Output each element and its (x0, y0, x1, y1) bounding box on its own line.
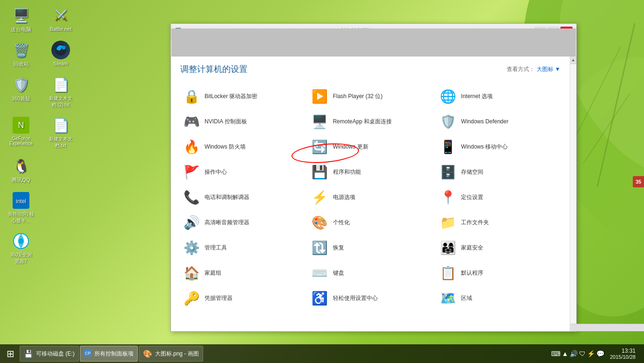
scroll-up-arrow[interactable]: ▲ (570, 57, 576, 64)
clock[interactable]: 13:31 2015/10/28 (607, 348, 638, 360)
control-label-credential-manager: 凭据管理器 (205, 294, 233, 302)
control-label-windows-defender: Windows Defender (461, 118, 508, 125)
control-item-windows-firewall[interactable]: 🔥Windows 防火墙 (180, 135, 304, 159)
tray-icon-keyboard: ⌨ (551, 350, 560, 357)
control-icon-audio-manager: 🔊 (183, 214, 200, 231)
control-icon-credential-manager: 🔑 (183, 290, 200, 306)
control-icon-programs-features: 💾 (311, 164, 328, 180)
control-label-windows-mobility: Windows 移动中心 (461, 143, 508, 151)
view-control[interactable]: 查看方式： 大图标 ▼ (507, 65, 560, 73)
control-label-work-folder: 工作文件夹 (461, 219, 489, 227)
desktop-icon-360browser[interactable]: 360安全浏览器7 (2, 230, 40, 266)
control-item-ease-of-access[interactable]: ♿轻松使用设置中心 (309, 286, 432, 310)
desktop-icon-txt1[interactable]: 📄 新建文本文档 (2).txt (42, 74, 79, 110)
control-item-location[interactable]: 📍定位设置 (437, 185, 560, 209)
control-item-phone-modem[interactable]: 📞电话和调制解调器 (180, 185, 304, 209)
start-button[interactable]: ⊞ (2, 345, 19, 362)
view-value[interactable]: 大图标 ▼ (537, 65, 560, 73)
control-icon-family-safety: 👨‍👩‍👧 (439, 239, 456, 256)
tray-icon-msg[interactable]: 💬 (596, 350, 604, 357)
taskbar-item-removable-disk[interactable]: 💾 可移动磁盘 (E:) (20, 346, 79, 362)
control-icon-work-folder: 📁 (439, 214, 456, 231)
control-label-windows-update: Windows 更新 (333, 143, 368, 151)
control-label-programs-features: 程序和功能 (333, 168, 361, 176)
control-icon-flash-player: ▶️ (311, 88, 328, 105)
control-label-bitlocker: BitLocker 驱动器加密 (205, 93, 257, 100)
tray-icon-volume[interactable]: 🔊 (570, 350, 578, 357)
control-icon-homegroup: 🏠 (183, 264, 200, 281)
control-item-storage-space[interactable]: 🗄️存储空间 (437, 160, 560, 184)
taskbar-item-paint[interactable]: 🎨 大图标.png - 画图 (139, 346, 203, 362)
desktop-icon-label-qq: 腾讯QQ (12, 177, 30, 184)
control-item-default-programs[interactable]: 📋默认程序 (437, 261, 560, 285)
desktop-icon-intel[interactable]: intel 英特尔(R) 核心显卡… (2, 190, 40, 226)
taskbar-icon-disk: 💾 (24, 349, 33, 358)
control-icon-ease-of-access: ♿ (311, 290, 328, 306)
svg-point-7 (62, 46, 66, 50)
control-icon-windows-defender: 🛡️ (439, 113, 456, 130)
desktop-icon-recycle[interactable]: 🗑️ 回收站 (2, 39, 40, 69)
control-icon-phone-modem: 📞 (183, 189, 200, 206)
taskbar-label-control-panel: 所有控制面板项 (94, 350, 134, 358)
control-item-work-folder[interactable]: 📁工作文件夹 (437, 210, 560, 235)
tray-icon-power[interactable]: ⚡ (587, 350, 595, 357)
taskbar-item-control-panel[interactable]: CP 所有控制面板项 (80, 346, 138, 362)
control-item-keyboard[interactable]: ⌨️键盘 (309, 261, 432, 285)
control-item-windows-mobility[interactable]: 📱Windows 移动中心 (437, 135, 560, 159)
control-icon-nvidia: 🎮 (183, 113, 200, 130)
control-item-nvidia[interactable]: 🎮NVIDIA 控制面板 (180, 109, 304, 134)
control-label-storage-space: 存储空间 (461, 168, 483, 176)
desktop-icon-battlenet[interactable]: ⚔️ Battle.net (42, 5, 79, 35)
desktop-icon-360[interactable]: 🛡️ 360盾短 (2, 74, 40, 110)
tray-icon-network[interactable]: ▲ (562, 350, 568, 357)
desktop: 🖥️ 送台电脑 ⚔️ Battle.net 🗑️ 回收站 Steam 🛡️ 36… (0, 0, 84, 346)
scrollbar[interactable]: ▲ ▼ (570, 57, 576, 331)
control-label-keyboard: 键盘 (333, 269, 344, 277)
control-item-internet-options[interactable]: 🌐Internet 选项 (437, 84, 560, 108)
control-label-phone-modem: 电话和调制解调器 (205, 193, 249, 201)
system-tray: ⌨ ▲ 🔊 🛡 ⚡ 💬 13:31 2015/10/28 (547, 348, 642, 360)
desktop-icon-label-my-computer: 送台电脑 (11, 26, 31, 33)
control-label-ease-of-access: 轻松使用设置中心 (333, 294, 378, 302)
control-item-personalization[interactable]: 🎨个性化 (309, 210, 432, 235)
control-item-windows-defender[interactable]: 🛡️Windows Defender (437, 109, 560, 134)
control-label-manage-tools: 管理工具 (205, 244, 227, 252)
desktop-icon-steam[interactable]: Steam (42, 39, 79, 69)
control-icon-region: 🗺️ (439, 290, 456, 306)
control-label-action-center: 操作中心 (205, 168, 227, 176)
control-icon-recovery: 🔃 (311, 239, 328, 256)
control-item-audio-manager[interactable]: 🔊高清晰音频管理器 (180, 210, 304, 235)
control-item-recovery[interactable]: 🔃恢复 (309, 235, 432, 260)
desktop-icon-my-computer[interactable]: 🖥️ 送台电脑 (2, 5, 40, 35)
control-item-power-options[interactable]: ⚡电源选项 (309, 185, 432, 209)
control-item-remoteapp[interactable]: 🖥️RemoteApp 和桌面连接 (309, 109, 432, 134)
control-item-action-center[interactable]: 🚩操作中心 (180, 160, 304, 184)
control-item-flash-player[interactable]: ▶️Flash Player (32 位) (309, 84, 432, 108)
control-item-windows-update[interactable]: 🔄Windows 更新 (309, 135, 432, 159)
control-label-recovery: 恢复 (333, 244, 344, 252)
control-item-bitlocker[interactable]: 🔒BitLocker 驱动器加密 (180, 84, 304, 108)
view-label: 查看方式： (507, 65, 535, 73)
tray-icon-shield[interactable]: 🛡 (579, 350, 586, 357)
scroll-down-arrow[interactable]: ▼ (570, 324, 576, 331)
control-item-region[interactable]: 🗺️区域 (437, 286, 560, 310)
items-grid: 🔒BitLocker 驱动器加密▶️Flash Player (32 位)🌐In… (180, 84, 560, 310)
control-item-manage-tools[interactable]: ⚙️管理工具 (180, 235, 304, 260)
control-item-programs-features[interactable]: 💾程序和功能 (309, 160, 432, 184)
desktop-icon-geforce[interactable]: N GeForceExperience (2, 114, 40, 150)
control-item-credential-manager[interactable]: 🔑凭据管理器 (180, 286, 304, 310)
desktop-icon-txt2[interactable]: 📄 新建文本文档.txt (42, 114, 79, 150)
desktop-icon-qq[interactable]: 🐧 腾讯QQ (2, 155, 40, 185)
desktop-icon-label-recycle: 回收站 (14, 61, 29, 68)
taskbar-label-paint: 大图标.png - 画图 (155, 350, 199, 358)
control-label-family-safety: 家庭安全 (461, 244, 483, 252)
control-item-family-safety[interactable]: 👨‍👩‍👧家庭安全 (437, 235, 560, 260)
control-item-homegroup[interactable]: 🏠家庭组 (180, 261, 304, 285)
edge-badge: 35 (633, 176, 644, 187)
control-icon-manage-tools: ⚙️ (183, 239, 200, 256)
taskbar: ⊞ 💾 可移动磁盘 (E:) CP 所有控制面板项 🎨 大图标.png - 画图… (0, 344, 644, 363)
main-area[interactable]: 调整计算机的设置 查看方式： 大图标 ▼ 🔒BitLocker 驱动器加密▶️F… (171, 57, 570, 331)
control-label-personalization: 个性化 (333, 219, 350, 227)
desktop-icon-label-battlenet: Battle.net (50, 26, 71, 32)
control-icon-windows-mobility: 📱 (439, 138, 456, 155)
